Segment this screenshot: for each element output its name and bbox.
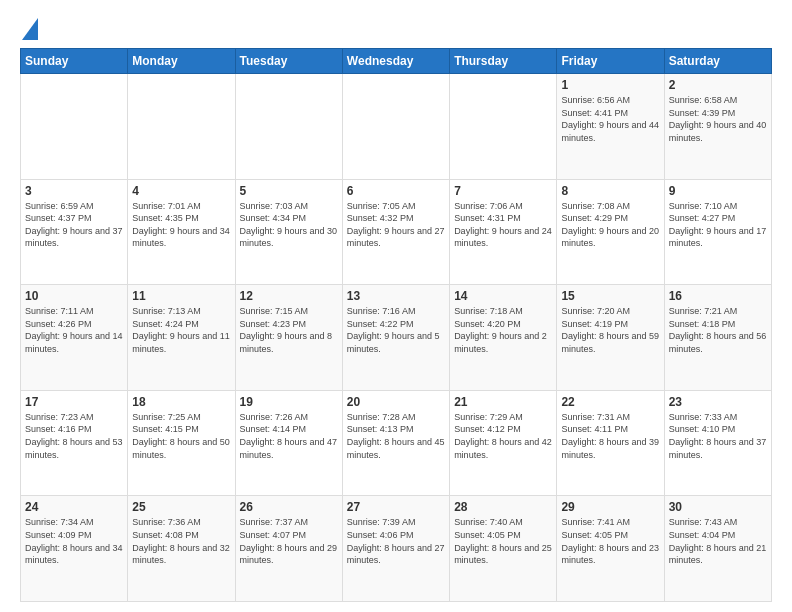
calendar-week-3: 10Sunrise: 7:11 AM Sunset: 4:26 PM Dayli… bbox=[21, 285, 772, 391]
day-number: 27 bbox=[347, 500, 445, 514]
day-info: Sunrise: 7:10 AM Sunset: 4:27 PM Dayligh… bbox=[669, 200, 767, 250]
day-info: Sunrise: 7:37 AM Sunset: 4:07 PM Dayligh… bbox=[240, 516, 338, 566]
day-info: Sunrise: 7:40 AM Sunset: 4:05 PM Dayligh… bbox=[454, 516, 552, 566]
calendar-cell: 29Sunrise: 7:41 AM Sunset: 4:05 PM Dayli… bbox=[557, 496, 664, 602]
day-info: Sunrise: 7:36 AM Sunset: 4:08 PM Dayligh… bbox=[132, 516, 230, 566]
weekday-header-row: SundayMondayTuesdayWednesdayThursdayFrid… bbox=[21, 49, 772, 74]
day-number: 25 bbox=[132, 500, 230, 514]
calendar-cell bbox=[21, 74, 128, 180]
day-info: Sunrise: 6:58 AM Sunset: 4:39 PM Dayligh… bbox=[669, 94, 767, 144]
calendar-cell: 18Sunrise: 7:25 AM Sunset: 4:15 PM Dayli… bbox=[128, 390, 235, 496]
calendar-cell: 16Sunrise: 7:21 AM Sunset: 4:18 PM Dayli… bbox=[664, 285, 771, 391]
day-number: 11 bbox=[132, 289, 230, 303]
calendar-cell bbox=[342, 74, 449, 180]
day-info: Sunrise: 7:20 AM Sunset: 4:19 PM Dayligh… bbox=[561, 305, 659, 355]
calendar-cell: 14Sunrise: 7:18 AM Sunset: 4:20 PM Dayli… bbox=[450, 285, 557, 391]
day-info: Sunrise: 7:05 AM Sunset: 4:32 PM Dayligh… bbox=[347, 200, 445, 250]
calendar-week-1: 1Sunrise: 6:56 AM Sunset: 4:41 PM Daylig… bbox=[21, 74, 772, 180]
day-info: Sunrise: 7:16 AM Sunset: 4:22 PM Dayligh… bbox=[347, 305, 445, 355]
calendar-body: 1Sunrise: 6:56 AM Sunset: 4:41 PM Daylig… bbox=[21, 74, 772, 602]
day-info: Sunrise: 7:06 AM Sunset: 4:31 PM Dayligh… bbox=[454, 200, 552, 250]
day-info: Sunrise: 7:23 AM Sunset: 4:16 PM Dayligh… bbox=[25, 411, 123, 461]
calendar-cell: 20Sunrise: 7:28 AM Sunset: 4:13 PM Dayli… bbox=[342, 390, 449, 496]
calendar-cell: 1Sunrise: 6:56 AM Sunset: 4:41 PM Daylig… bbox=[557, 74, 664, 180]
calendar-cell: 7Sunrise: 7:06 AM Sunset: 4:31 PM Daylig… bbox=[450, 179, 557, 285]
day-number: 7 bbox=[454, 184, 552, 198]
calendar-cell: 9Sunrise: 7:10 AM Sunset: 4:27 PM Daylig… bbox=[664, 179, 771, 285]
day-number: 8 bbox=[561, 184, 659, 198]
calendar-cell: 21Sunrise: 7:29 AM Sunset: 4:12 PM Dayli… bbox=[450, 390, 557, 496]
day-number: 22 bbox=[561, 395, 659, 409]
weekday-header-saturday: Saturday bbox=[664, 49, 771, 74]
calendar-week-5: 24Sunrise: 7:34 AM Sunset: 4:09 PM Dayli… bbox=[21, 496, 772, 602]
weekday-header-wednesday: Wednesday bbox=[342, 49, 449, 74]
calendar-cell bbox=[128, 74, 235, 180]
day-number: 10 bbox=[25, 289, 123, 303]
day-number: 26 bbox=[240, 500, 338, 514]
day-number: 15 bbox=[561, 289, 659, 303]
calendar-cell: 6Sunrise: 7:05 AM Sunset: 4:32 PM Daylig… bbox=[342, 179, 449, 285]
day-info: Sunrise: 7:08 AM Sunset: 4:29 PM Dayligh… bbox=[561, 200, 659, 250]
logo-triangle-icon bbox=[22, 18, 38, 40]
calendar-cell: 4Sunrise: 7:01 AM Sunset: 4:35 PM Daylig… bbox=[128, 179, 235, 285]
calendar-cell: 2Sunrise: 6:58 AM Sunset: 4:39 PM Daylig… bbox=[664, 74, 771, 180]
calendar-cell bbox=[235, 74, 342, 180]
calendar-cell: 5Sunrise: 7:03 AM Sunset: 4:34 PM Daylig… bbox=[235, 179, 342, 285]
day-info: Sunrise: 6:56 AM Sunset: 4:41 PM Dayligh… bbox=[561, 94, 659, 144]
day-number: 5 bbox=[240, 184, 338, 198]
weekday-header-friday: Friday bbox=[557, 49, 664, 74]
day-info: Sunrise: 7:13 AM Sunset: 4:24 PM Dayligh… bbox=[132, 305, 230, 355]
day-info: Sunrise: 7:31 AM Sunset: 4:11 PM Dayligh… bbox=[561, 411, 659, 461]
day-number: 4 bbox=[132, 184, 230, 198]
day-info: Sunrise: 7:21 AM Sunset: 4:18 PM Dayligh… bbox=[669, 305, 767, 355]
calendar-cell: 28Sunrise: 7:40 AM Sunset: 4:05 PM Dayli… bbox=[450, 496, 557, 602]
day-info: Sunrise: 7:18 AM Sunset: 4:20 PM Dayligh… bbox=[454, 305, 552, 355]
page: SundayMondayTuesdayWednesdayThursdayFrid… bbox=[0, 0, 792, 612]
day-info: Sunrise: 7:29 AM Sunset: 4:12 PM Dayligh… bbox=[454, 411, 552, 461]
day-number: 21 bbox=[454, 395, 552, 409]
day-number: 17 bbox=[25, 395, 123, 409]
weekday-header-thursday: Thursday bbox=[450, 49, 557, 74]
calendar-cell: 27Sunrise: 7:39 AM Sunset: 4:06 PM Dayli… bbox=[342, 496, 449, 602]
day-number: 14 bbox=[454, 289, 552, 303]
day-info: Sunrise: 7:28 AM Sunset: 4:13 PM Dayligh… bbox=[347, 411, 445, 461]
day-info: Sunrise: 7:43 AM Sunset: 4:04 PM Dayligh… bbox=[669, 516, 767, 566]
calendar-cell: 25Sunrise: 7:36 AM Sunset: 4:08 PM Dayli… bbox=[128, 496, 235, 602]
day-number: 23 bbox=[669, 395, 767, 409]
day-number: 24 bbox=[25, 500, 123, 514]
weekday-header-monday: Monday bbox=[128, 49, 235, 74]
calendar-week-2: 3Sunrise: 6:59 AM Sunset: 4:37 PM Daylig… bbox=[21, 179, 772, 285]
day-info: Sunrise: 7:41 AM Sunset: 4:05 PM Dayligh… bbox=[561, 516, 659, 566]
logo bbox=[20, 16, 38, 40]
calendar-cell: 19Sunrise: 7:26 AM Sunset: 4:14 PM Dayli… bbox=[235, 390, 342, 496]
day-number: 30 bbox=[669, 500, 767, 514]
day-info: Sunrise: 7:03 AM Sunset: 4:34 PM Dayligh… bbox=[240, 200, 338, 250]
calendar-cell: 3Sunrise: 6:59 AM Sunset: 4:37 PM Daylig… bbox=[21, 179, 128, 285]
day-info: Sunrise: 7:39 AM Sunset: 4:06 PM Dayligh… bbox=[347, 516, 445, 566]
day-number: 13 bbox=[347, 289, 445, 303]
calendar-cell: 26Sunrise: 7:37 AM Sunset: 4:07 PM Dayli… bbox=[235, 496, 342, 602]
calendar-header: SundayMondayTuesdayWednesdayThursdayFrid… bbox=[21, 49, 772, 74]
calendar-week-4: 17Sunrise: 7:23 AM Sunset: 4:16 PM Dayli… bbox=[21, 390, 772, 496]
weekday-header-sunday: Sunday bbox=[21, 49, 128, 74]
day-number: 3 bbox=[25, 184, 123, 198]
day-number: 28 bbox=[454, 500, 552, 514]
calendar-cell: 11Sunrise: 7:13 AM Sunset: 4:24 PM Dayli… bbox=[128, 285, 235, 391]
calendar-cell: 22Sunrise: 7:31 AM Sunset: 4:11 PM Dayli… bbox=[557, 390, 664, 496]
day-number: 12 bbox=[240, 289, 338, 303]
calendar-cell: 10Sunrise: 7:11 AM Sunset: 4:26 PM Dayli… bbox=[21, 285, 128, 391]
day-number: 18 bbox=[132, 395, 230, 409]
day-info: Sunrise: 6:59 AM Sunset: 4:37 PM Dayligh… bbox=[25, 200, 123, 250]
day-number: 19 bbox=[240, 395, 338, 409]
day-info: Sunrise: 7:01 AM Sunset: 4:35 PM Dayligh… bbox=[132, 200, 230, 250]
calendar-cell: 12Sunrise: 7:15 AM Sunset: 4:23 PM Dayli… bbox=[235, 285, 342, 391]
calendar-table: SundayMondayTuesdayWednesdayThursdayFrid… bbox=[20, 48, 772, 602]
day-number: 6 bbox=[347, 184, 445, 198]
calendar-cell: 17Sunrise: 7:23 AM Sunset: 4:16 PM Dayli… bbox=[21, 390, 128, 496]
day-number: 2 bbox=[669, 78, 767, 92]
day-info: Sunrise: 7:25 AM Sunset: 4:15 PM Dayligh… bbox=[132, 411, 230, 461]
calendar-cell: 24Sunrise: 7:34 AM Sunset: 4:09 PM Dayli… bbox=[21, 496, 128, 602]
day-number: 29 bbox=[561, 500, 659, 514]
calendar-cell bbox=[450, 74, 557, 180]
calendar-cell: 15Sunrise: 7:20 AM Sunset: 4:19 PM Dayli… bbox=[557, 285, 664, 391]
